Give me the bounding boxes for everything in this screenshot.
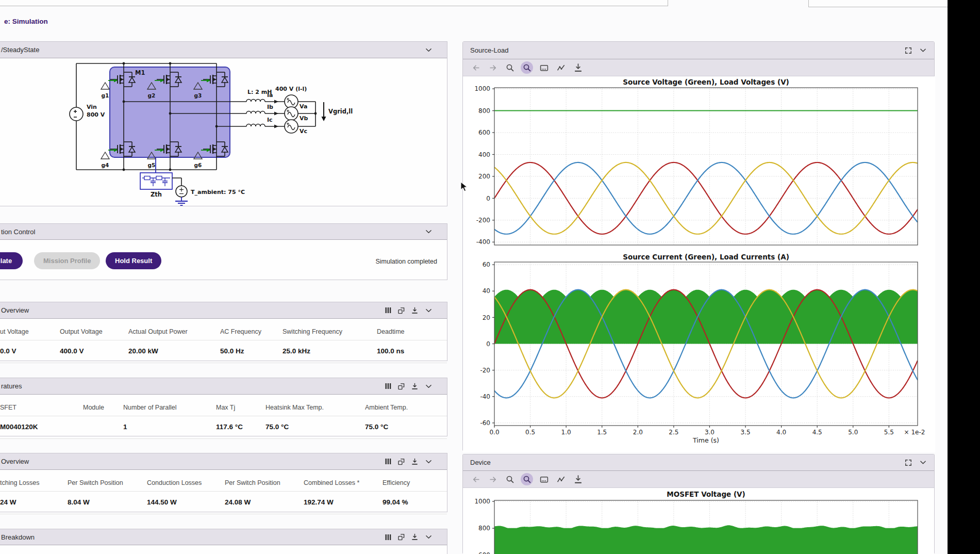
table-header-row: tching LossesPer Switch PositionConducti… xyxy=(0,476,447,490)
columns-icon[interactable] xyxy=(385,534,391,540)
page-title: e: Simulation xyxy=(4,18,48,25)
device-charts: MOSFET Voltage (V)1000800600 xyxy=(463,488,934,554)
table-cell: 1 xyxy=(123,423,216,431)
svg-text:40: 40 xyxy=(483,287,490,295)
transpose-icon[interactable] xyxy=(398,534,405,541)
zoom-selected-icon[interactable] xyxy=(521,61,533,74)
svg-text:Vb: Vb xyxy=(300,115,308,122)
mosfet-voltage-chart[interactable]: MOSFET Voltage (V)1000800600 xyxy=(463,488,934,554)
panel-overview: Overview ut VoltageOutput VoltageActual … xyxy=(0,302,447,361)
svg-text:0: 0 xyxy=(486,340,490,348)
table-row: 24 W8.04 W144.50 W24.08 W192.74 W99.04 % xyxy=(0,492,447,512)
svg-text:Zth: Zth xyxy=(151,191,162,198)
transpose-icon[interactable] xyxy=(398,458,405,465)
table-cell: 0.0 V xyxy=(0,347,60,355)
svg-text:0.5: 0.5 xyxy=(525,429,535,436)
table-header-row: ut VoltageOutput VoltageActual Output Po… xyxy=(0,325,447,338)
chevron-down-icon[interactable] xyxy=(425,383,433,389)
column-header: Switching Frequency xyxy=(283,328,377,335)
table-cell: 8.04 W xyxy=(68,498,147,506)
svg-text:4.0: 4.0 xyxy=(776,429,786,436)
download-icon[interactable] xyxy=(411,534,418,541)
expand-icon[interactable] xyxy=(905,459,912,466)
chevron-down-icon[interactable] xyxy=(425,307,433,313)
columns-icon[interactable] xyxy=(385,383,391,389)
back-icon[interactable] xyxy=(470,473,482,485)
trace-icon[interactable] xyxy=(555,473,567,485)
chevron-down-icon[interactable] xyxy=(425,534,433,540)
chevron-down-icon[interactable] xyxy=(425,459,433,464)
table-cell: 400.0 V xyxy=(60,347,128,355)
source-current-chart[interactable]: Source Current (Green), Load Currents (A… xyxy=(463,254,935,452)
svg-text:-60: -60 xyxy=(480,419,490,427)
svg-text:Ic: Ic xyxy=(267,117,273,123)
table-cell: 75.0 °C xyxy=(265,423,365,431)
svg-text:1000: 1000 xyxy=(474,498,490,505)
svg-text:2.5: 2.5 xyxy=(669,429,678,436)
table-cell: 100.0 ns xyxy=(377,347,447,355)
chevron-down-icon[interactable] xyxy=(425,47,433,53)
panel-breakdown-title: Breakdown xyxy=(1,533,35,541)
table-cell: 24.08 W xyxy=(225,498,304,506)
download-icon[interactable] xyxy=(411,458,418,465)
download-icon[interactable] xyxy=(411,383,418,389)
panel-breakdown-header: Breakdown xyxy=(0,529,447,545)
expand-icon[interactable] xyxy=(905,47,912,54)
svg-text:MOSFET Voltage (V): MOSFET Voltage (V) xyxy=(667,490,745,498)
back-icon[interactable] xyxy=(470,61,482,74)
svg-text:0.0: 0.0 xyxy=(489,429,499,436)
svg-text:Va: Va xyxy=(300,103,307,110)
source-voltage-chart[interactable]: Source Voltage (Green), Load Voltages (V… xyxy=(463,76,935,254)
hold-result-button[interactable]: Hold Result xyxy=(106,252,161,269)
transpose-icon[interactable] xyxy=(398,307,405,314)
svg-text:Vin: Vin xyxy=(87,104,97,110)
screen-edge-black xyxy=(948,0,980,554)
table-cell: 50.0 Hz xyxy=(220,347,283,355)
table-cell: 20.00 kW xyxy=(128,347,220,355)
table-cell: M0040120K xyxy=(0,423,83,431)
column-header: Combined Losses * xyxy=(304,479,383,486)
chevron-down-icon[interactable] xyxy=(919,460,927,465)
simulate-button[interactable]: ulate xyxy=(0,252,23,269)
simulation-status: Simulation completed xyxy=(375,258,437,265)
download-icon[interactable] xyxy=(411,307,418,314)
panel-source-load-header: Source-Load xyxy=(463,42,934,59)
svg-text:20: 20 xyxy=(483,314,490,321)
zoom-selected-icon[interactable] xyxy=(521,473,533,485)
panel-losses-overview-header: Overview xyxy=(0,453,447,470)
save-icon[interactable] xyxy=(572,61,584,74)
mission-profile-button[interactable]: Mission Profile xyxy=(34,252,100,269)
svg-text:3.0: 3.0 xyxy=(705,429,715,436)
save-icon[interactable] xyxy=(572,473,584,485)
zoom-in-icon[interactable] xyxy=(504,473,516,485)
chevron-down-icon[interactable] xyxy=(919,47,927,53)
zoom-in-icon[interactable] xyxy=(504,61,516,74)
svg-text:Time (s): Time (s) xyxy=(692,436,719,444)
svg-text:-40: -40 xyxy=(480,393,490,400)
forward-icon[interactable] xyxy=(487,473,499,485)
column-header: Heatsink Max Temp. xyxy=(265,404,365,411)
svg-text:M1: M1 xyxy=(135,69,145,76)
table-cell: 99.04 % xyxy=(383,498,447,506)
svg-text:0: 0 xyxy=(486,195,490,202)
column-header: Output Voltage xyxy=(60,328,128,335)
transpose-icon[interactable] xyxy=(398,383,405,389)
axes-icon[interactable] xyxy=(538,473,550,485)
svg-text:T_ambient: 75 °C: T_ambient: 75 °C xyxy=(191,189,245,195)
columns-icon[interactable] xyxy=(385,307,391,314)
panel-temperatures-header: ratures xyxy=(0,378,447,395)
forward-icon[interactable] xyxy=(487,61,499,74)
panel-simulation-control: tion Control ulate Mission Profile Hold … xyxy=(0,223,447,280)
trace-icon[interactable] xyxy=(555,61,567,74)
column-header: Ambient Temp. xyxy=(365,404,447,411)
svg-text:-20: -20 xyxy=(480,367,490,374)
panel-breakdown: Breakdown xyxy=(0,529,447,554)
column-header: ut Voltage xyxy=(0,328,60,335)
columns-icon[interactable] xyxy=(385,459,391,465)
svg-text:600: 600 xyxy=(478,551,490,554)
svg-text:g3: g3 xyxy=(194,92,202,99)
chevron-down-icon[interactable] xyxy=(425,229,433,235)
axes-icon[interactable] xyxy=(538,61,550,74)
panel-device-title: Device xyxy=(470,459,491,466)
background-window-edge-right xyxy=(808,0,949,7)
